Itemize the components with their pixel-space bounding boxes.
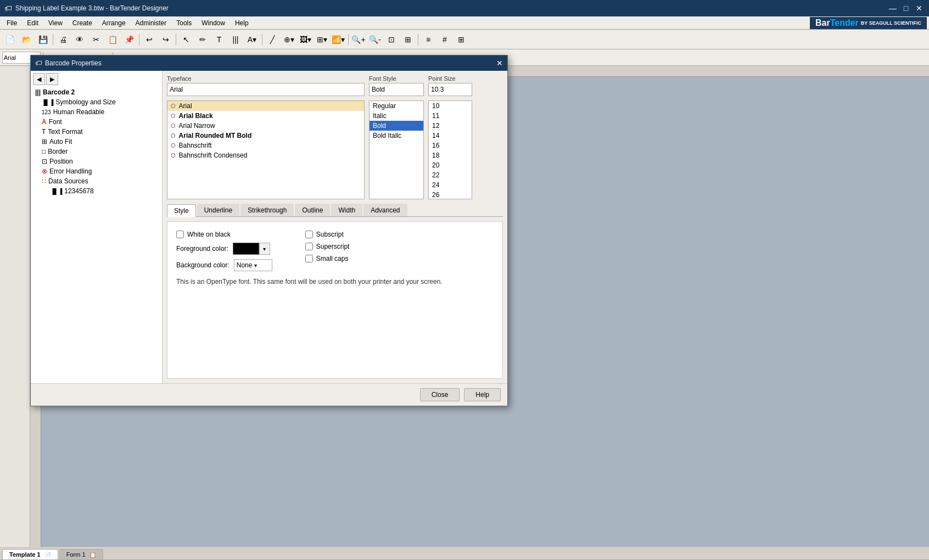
tree-item-symbology[interactable]: ▐▌▐ Symbology and Size: [33, 97, 160, 107]
font-type-icon: O: [171, 142, 176, 149]
foreground-dropdown-button[interactable]: ▾: [259, 243, 270, 255]
font-section: Typeface Font Style Point Size: [167, 75, 503, 96]
typeface-list[interactable]: O Arial O Arial Black O Arial Narrow O: [167, 100, 365, 199]
subscript-row: Subscript: [305, 231, 350, 238]
white-on-black-row: White on black: [176, 231, 272, 238]
fontstyle-input[interactable]: [369, 83, 424, 96]
size-11[interactable]: 11: [429, 111, 472, 121]
style-content: White on black Foreground color: ▾ Ba: [167, 221, 503, 379]
tree-item-auto-fit[interactable]: ⊞ Auto Fit: [33, 137, 160, 147]
foreground-color-label: Foreground color:: [176, 245, 228, 253]
tab-underline[interactable]: Underline: [197, 204, 239, 216]
tree-root[interactable]: ||| Barcode 2: [33, 87, 160, 97]
symbology-icon: ▐▌▐: [42, 99, 53, 105]
tree-item-human-readable[interactable]: 123 Human Readable: [33, 107, 160, 117]
typeface-input[interactable]: [167, 83, 365, 96]
style-left-col: White on black Foreground color: ▾ Ba: [176, 231, 272, 271]
tree-item-font[interactable]: A Font: [33, 117, 160, 127]
font-type-icon: O: [171, 152, 176, 159]
typeface-arial[interactable]: O Arial: [167, 101, 364, 111]
text-format-icon: T: [42, 128, 46, 136]
font-icon: A: [42, 118, 47, 126]
background-color-label: Background color:: [176, 261, 230, 269]
size-24[interactable]: 24: [429, 180, 472, 190]
small-caps-row: Small caps: [305, 255, 350, 262]
font-list-container: O Arial O Arial Black O Arial Narrow O: [167, 100, 503, 199]
white-on-black-label: White on black: [187, 231, 231, 238]
subscript-checkbox[interactable]: [305, 231, 313, 238]
tree-toolbar: ◀ ▶: [33, 73, 160, 85]
tree-back-button[interactable]: ◀: [33, 73, 45, 85]
fontstyle-bold-italic[interactable]: Bold Italic: [370, 131, 423, 141]
size-22[interactable]: 22: [429, 170, 472, 180]
pointsize-input[interactable]: [428, 83, 472, 96]
font-type-icon: O: [171, 113, 176, 119]
dialog-overlay: 🏷 Barcode Properties ✕ ◀ ▶ ||| Barcode 2: [0, 0, 929, 560]
tree-item-text-format[interactable]: T Text Format: [33, 127, 160, 137]
superscript-checkbox[interactable]: [305, 243, 313, 250]
tree-item-barcode-value[interactable]: ▐▌▐ 12345678: [33, 186, 160, 196]
dialog-body: ◀ ▶ ||| Barcode 2 ▐▌▐ Symbology and Size…: [31, 71, 507, 383]
fontstyle-list[interactable]: Regular Italic Bold Bold Italic: [369, 100, 424, 199]
size-12[interactable]: 12: [429, 121, 472, 131]
size-26[interactable]: 26: [429, 190, 472, 199]
barcode-icon: |||: [35, 88, 41, 96]
background-color-row: Background color: None ▾: [176, 259, 272, 271]
tree-item-data-sources[interactable]: ∷ Data Sources: [33, 176, 160, 186]
barcode-value-icon: ▐▌▐: [51, 188, 62, 194]
tree-item-position[interactable]: ⊡ Position: [33, 156, 160, 166]
tab-style[interactable]: Style: [167, 204, 196, 217]
background-color-value: None: [237, 261, 253, 269]
dialog-close-button[interactable]: ✕: [496, 59, 503, 68]
typeface-arial-narrow[interactable]: O Arial Narrow: [167, 121, 364, 131]
fontstyle-italic[interactable]: Italic: [370, 111, 423, 121]
small-caps-checkbox[interactable]: [305, 255, 313, 262]
pointsize-list[interactable]: 10 11 12 14 16 18 20 22 24 26: [428, 100, 472, 199]
small-caps-label: Small caps: [316, 255, 349, 262]
foreground-color-row: Foreground color: ▾: [176, 243, 272, 255]
error-handling-icon: ⊗: [42, 167, 47, 175]
help-button[interactable]: Help: [464, 388, 501, 401]
tab-strikethrough[interactable]: Strikethrough: [240, 204, 294, 216]
font-info-text: This is an OpenType font. This same font…: [176, 278, 494, 285]
tree-forward-button[interactable]: ▶: [46, 73, 58, 85]
subscript-label: Subscript: [316, 231, 344, 238]
font-type-icon: O: [171, 122, 176, 129]
tree-item-border[interactable]: □ Border: [33, 147, 160, 156]
typeface-arial-rounded[interactable]: O Arial Rounded MT Bold: [167, 131, 364, 141]
background-color-dropdown[interactable]: None ▾: [234, 259, 272, 271]
tab-advanced[interactable]: Advanced: [363, 204, 407, 216]
size-18[interactable]: 18: [429, 150, 472, 160]
pointsize-group: Point Size: [428, 75, 472, 96]
foreground-swatch[interactable]: [233, 243, 259, 255]
auto-fit-icon: ⊞: [42, 138, 47, 145]
white-on-black-checkbox[interactable]: [176, 231, 184, 238]
superscript-label: Superscript: [316, 243, 350, 250]
tree-item-error-handling[interactable]: ⊗ Error Handling: [33, 166, 160, 176]
dialog-title-text: 🏷 Barcode Properties: [35, 59, 102, 67]
typeface-arial-black[interactable]: O Arial Black: [167, 111, 364, 121]
typeface-bahnschrift[interactable]: O Bahnschrift: [167, 141, 364, 150]
typeface-bahnschrift-condensed[interactable]: O Bahnschrift Condensed: [167, 150, 364, 160]
tab-outline[interactable]: Outline: [295, 204, 330, 216]
fontstyle-label: Font Style: [369, 75, 424, 82]
tab-width[interactable]: Width: [331, 204, 362, 216]
dialog-icon: 🏷: [35, 59, 42, 67]
style-right-col: Subscript Superscript Small caps: [305, 231, 350, 271]
close-button[interactable]: Close: [420, 388, 460, 401]
foreground-color-picker: ▾: [233, 243, 270, 255]
border-icon: □: [42, 148, 46, 155]
size-10[interactable]: 10: [429, 101, 472, 111]
fontstyle-regular[interactable]: Regular: [370, 101, 423, 111]
size-16[interactable]: 16: [429, 141, 472, 150]
dialog-footer: Close Help: [31, 383, 507, 406]
right-panel: Typeface Font Style Point Size: [163, 71, 507, 383]
barcode-properties-dialog: 🏷 Barcode Properties ✕ ◀ ▶ ||| Barcode 2: [30, 55, 508, 406]
data-sources-icon: ∷: [42, 177, 46, 185]
style-columns: White on black Foreground color: ▾ Ba: [176, 231, 494, 271]
size-20[interactable]: 20: [429, 160, 472, 170]
fontstyle-bold[interactable]: Bold: [370, 121, 423, 131]
tree-panel: ◀ ▶ ||| Barcode 2 ▐▌▐ Symbology and Size…: [31, 71, 163, 383]
position-icon: ⊡: [42, 158, 47, 165]
size-14[interactable]: 14: [429, 131, 472, 141]
